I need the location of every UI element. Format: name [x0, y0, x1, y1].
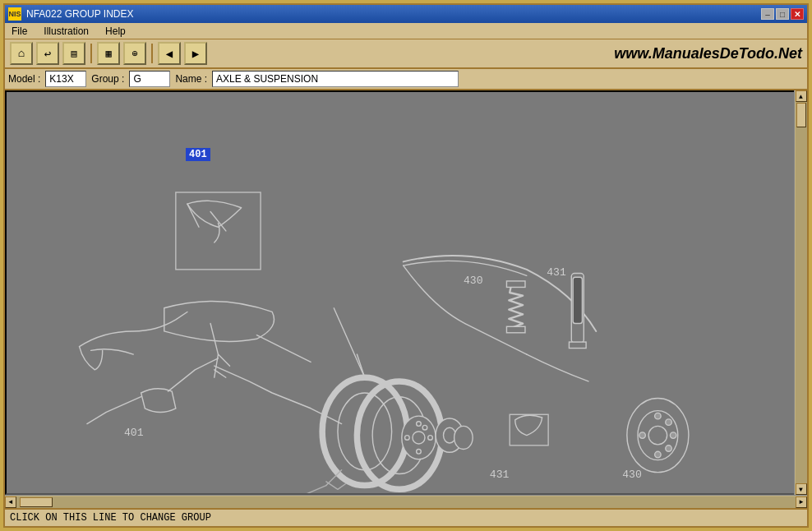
svg-rect-17 [506, 326, 525, 333]
diagram-area[interactable]: 401 .part-line { stroke: #c8c8c8; stroke… [5, 90, 807, 495]
name-value-field[interactable]: AXLE & SUSPENSION [212, 71, 459, 87]
back-button[interactable]: ↩ [36, 42, 59, 65]
scroll-thumb-horizontal[interactable] [20, 497, 53, 507]
parts-diagram: .part-line { stroke: #c8c8c8; stroke-wid… [7, 92, 792, 493]
menu-bar: File Illustration Help [5, 23, 807, 39]
svg-point-24 [655, 413, 662, 419]
svg-point-26 [655, 451, 662, 458]
scroll-track-horizontal [16, 496, 796, 508]
app-icon: NIS [8, 7, 21, 21]
prev-group-button[interactable]: ◀ [158, 42, 181, 65]
svg-point-7 [428, 436, 433, 441]
svg-line-14 [334, 308, 365, 377]
svg-rect-19 [573, 277, 582, 323]
svg-rect-20 [569, 342, 586, 349]
horizontal-scrollbar[interactable]: ◄ ► [5, 495, 807, 508]
toolbar: ⌂ ↩ ▤ ▦ ⊕ ◀ ▶ www.ManualesDeTodo.Net [5, 39, 807, 69]
scroll-down-button[interactable]: ▼ [796, 483, 807, 495]
back-icon: ↩ [44, 47, 51, 61]
next-group-button[interactable]: ▶ [184, 42, 207, 65]
home-button[interactable]: ⌂ [10, 42, 33, 65]
prev-group-icon: ◀ [166, 47, 173, 61]
home-icon: ⌂ [18, 47, 25, 60]
separator-2 [151, 44, 153, 63]
svg-point-29 [666, 446, 672, 452]
label-430-top: 430 [464, 275, 483, 287]
separator-1 [90, 44, 92, 63]
svg-point-28 [666, 419, 672, 426]
svg-point-27 [639, 432, 646, 439]
watermark: www.ManualesDeTodo.Net [614, 45, 802, 62]
fields-bar: Model : K13X Group : G Name : AXLE & SUS… [5, 69, 807, 90]
window-title: NFA022 GROUP INDEX [26, 8, 134, 20]
next-group-icon: ▶ [192, 47, 199, 61]
zoom-button[interactable]: ⊕ [123, 42, 146, 65]
menu-help[interactable]: Help [102, 25, 129, 38]
menu-illustration[interactable]: Illustration [40, 25, 92, 38]
group-value-field[interactable]: G [129, 71, 170, 87]
model-value-field[interactable]: K13X [45, 71, 86, 87]
svg-point-9 [405, 436, 410, 441]
group-label: Group : [91, 73, 124, 85]
label-401: 401 [124, 427, 144, 439]
label-431-top: 431 [547, 266, 566, 279]
title-controls: – □ ✕ [761, 8, 804, 20]
main-window: NIS NFA022 GROUP INDEX – □ ✕ File Illust… [3, 3, 809, 528]
svg-point-10 [422, 425, 427, 430]
svg-rect-16 [506, 281, 525, 288]
status-text: CLICK ON THIS LINE TO CHANGE GROUP [10, 512, 211, 524]
close-button[interactable]: ✕ [791, 8, 804, 20]
zoom-icon: ⊕ [131, 48, 137, 60]
svg-point-6 [417, 422, 422, 427]
label-401-highlight[interactable]: 401 [186, 148, 210, 161]
menu-file[interactable]: File [8, 25, 30, 38]
scroll-up-button[interactable]: ▲ [796, 90, 807, 102]
print-icon: ▤ [71, 48, 76, 60]
model-label: Model : [8, 73, 40, 85]
minimize-button[interactable]: – [761, 8, 774, 20]
title-bar-left: NIS NFA022 GROUP INDEX [8, 7, 134, 21]
svg-point-13 [454, 426, 473, 449]
svg-point-22 [627, 399, 689, 473]
scroll-left-button[interactable]: ◄ [5, 496, 16, 508]
title-bar: NIS NFA022 GROUP INDEX – □ ✕ [5, 5, 807, 23]
svg-line-31 [299, 486, 326, 493]
name-label: Name : [175, 73, 207, 85]
print-button[interactable]: ▤ [62, 42, 85, 65]
vertical-scrollbar[interactable]: ▲ ▼ [794, 90, 807, 495]
label-430-bottom: 430 [622, 469, 642, 481]
label-431-bottom: 431 [490, 469, 510, 481]
svg-line-15 [357, 354, 364, 377]
scroll-track-vertical [796, 102, 807, 483]
scroll-right-button[interactable]: ► [796, 496, 807, 508]
scroll-thumb-vertical[interactable] [796, 103, 806, 127]
table-button[interactable]: ▦ [97, 42, 120, 65]
table-icon: ▦ [105, 48, 111, 60]
maximize-button[interactable]: □ [776, 8, 789, 20]
svg-point-8 [417, 450, 422, 455]
svg-point-25 [670, 432, 676, 439]
status-bar[interactable]: CLICK ON THIS LINE TO CHANGE GROUP [5, 508, 807, 526]
